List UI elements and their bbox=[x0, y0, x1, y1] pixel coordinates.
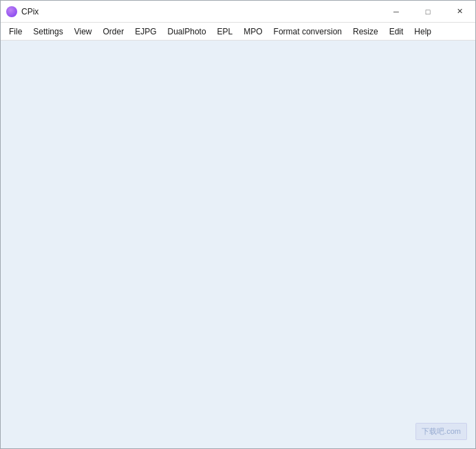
close-button[interactable]: ✕ bbox=[444, 1, 475, 23]
menu-item-order[interactable]: Order bbox=[98, 25, 130, 39]
menu-item-format-conversion[interactable]: Format conversion bbox=[268, 25, 347, 39]
watermark-text: 下载吧.com bbox=[415, 423, 467, 440]
main-window: CPix ─ □ ✕ File Settings View Order EJPG… bbox=[0, 0, 476, 449]
maximize-button[interactable]: □ bbox=[412, 1, 444, 23]
content-area: 下载吧.com bbox=[1, 41, 475, 448]
menu-bar: File Settings View Order EJPG DualPhoto … bbox=[1, 23, 475, 41]
menu-item-epl[interactable]: EPL bbox=[212, 25, 239, 39]
menu-item-settings[interactable]: Settings bbox=[28, 25, 68, 39]
menu-item-edit[interactable]: Edit bbox=[384, 25, 409, 39]
menu-item-resize[interactable]: Resize bbox=[347, 25, 384, 39]
menu-item-dualphoto[interactable]: DualPhoto bbox=[162, 25, 212, 39]
menu-item-file[interactable]: File bbox=[3, 25, 28, 39]
minimize-button[interactable]: ─ bbox=[380, 1, 412, 23]
app-title: CPix bbox=[21, 7, 39, 17]
menu-item-mpo[interactable]: MPO bbox=[238, 25, 268, 39]
title-bar: CPix ─ □ ✕ bbox=[1, 1, 475, 23]
menu-item-help[interactable]: Help bbox=[409, 25, 437, 39]
menu-item-ejpg[interactable]: EJPG bbox=[129, 25, 162, 39]
window-controls: ─ □ ✕ bbox=[380, 1, 475, 23]
watermark: 下载吧.com bbox=[415, 423, 467, 440]
menu-item-view[interactable]: View bbox=[69, 25, 98, 39]
app-icon bbox=[6, 6, 17, 17]
title-bar-left: CPix bbox=[6, 6, 39, 17]
